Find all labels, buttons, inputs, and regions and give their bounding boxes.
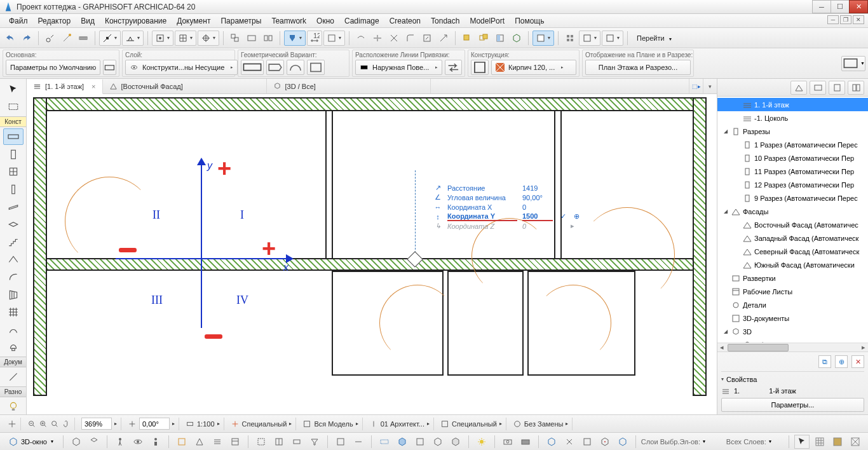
sb-walk-icon[interactable] bbox=[112, 435, 128, 449]
tab-nav-icon[interactable]: ⬚▸ bbox=[689, 79, 703, 93]
nav-item[interactable]: 12 Разрез (Автоматически Пер bbox=[717, 178, 868, 191]
sb-section-icon[interactable] bbox=[174, 435, 189, 449]
zoom-out-icon[interactable] bbox=[27, 419, 36, 428]
nav-hscroll[interactable]: ◂▸ bbox=[717, 343, 868, 351]
override-combo[interactable]: Без Замены bbox=[524, 420, 564, 428]
menu-edit[interactable]: Редактор bbox=[33, 17, 76, 25]
pan-icon[interactable] bbox=[62, 419, 71, 428]
mesh-tool-icon[interactable] bbox=[3, 304, 24, 320]
snap-options-dropdown[interactable]: ▼ bbox=[122, 31, 144, 46]
nav-item[interactable]: 1. 1-й этаж bbox=[717, 98, 868, 111]
window-tool-icon[interactable] bbox=[3, 163, 24, 180]
wall-tool-icon[interactable] bbox=[103, 60, 116, 75]
group-icon[interactable] bbox=[244, 31, 259, 46]
mdi-minimize-button[interactable]: ─ bbox=[827, 15, 839, 24]
sb-style-icon[interactable] bbox=[430, 435, 445, 449]
sb-story-icon[interactable] bbox=[210, 435, 225, 449]
sb-edit-icon[interactable] bbox=[580, 435, 595, 449]
nav-publisher-icon[interactable] bbox=[848, 81, 864, 95]
renovation-combo[interactable]: Специальный bbox=[452, 420, 497, 428]
line-tool-icon[interactable] bbox=[3, 369, 24, 385]
extend-icon[interactable] bbox=[436, 31, 451, 46]
undo-button[interactable] bbox=[3, 31, 18, 46]
mod-dropdown[interactable]: ▼ bbox=[323, 31, 345, 46]
nav-item[interactable]: ◢Фасады bbox=[717, 205, 868, 218]
menu-window[interactable]: Окно bbox=[311, 17, 339, 25]
nav-item[interactable]: Западный Фасад (Автоматическ bbox=[717, 231, 868, 245]
default-settings-button[interactable]: Параметры по Умолчанию bbox=[6, 60, 100, 75]
favorites-icon[interactable] bbox=[562, 31, 578, 46]
sb-elevation-icon[interactable] bbox=[192, 435, 207, 449]
menu-tondach[interactable]: Tondach bbox=[426, 17, 465, 25]
menu-teamwork[interactable]: Teamwork bbox=[266, 17, 311, 25]
sb-select-icon[interactable] bbox=[794, 435, 810, 449]
sb-grid2-icon[interactable] bbox=[830, 435, 845, 449]
close-button[interactable]: ✕ bbox=[849, 0, 868, 13]
menu-cadimage[interactable]: Cadimage bbox=[339, 17, 384, 25]
nav-item[interactable]: 9 Разрез (Автоматически Перес bbox=[717, 191, 868, 205]
morph-tool-icon[interactable] bbox=[3, 322, 24, 338]
sb-merge-icon[interactable] bbox=[351, 435, 366, 449]
parameters-button[interactable]: Параметры... bbox=[721, 398, 864, 412]
roof-tool-icon[interactable] bbox=[3, 251, 24, 268]
zoom-fit-icon[interactable] bbox=[50, 419, 59, 428]
nav-layout-book-icon[interactable] bbox=[829, 81, 845, 95]
rotation-field[interactable] bbox=[139, 418, 170, 430]
nav-project-map-icon[interactable] bbox=[790, 81, 807, 95]
geom-method-2-icon[interactable] bbox=[266, 60, 284, 75]
sb-render-icon[interactable] bbox=[518, 435, 533, 449]
relative-constr-dropdown[interactable]: ▼ bbox=[152, 31, 173, 46]
trace-icon[interactable] bbox=[459, 31, 475, 46]
beam-tool-icon[interactable] bbox=[3, 199, 24, 215]
layer-dropdown[interactable]: Конструкти...ны Несущие▸ bbox=[125, 60, 238, 75]
scale-dropdown[interactable]: 1:100 bbox=[197, 420, 215, 428]
model-view-combo[interactable]: Вся Модель bbox=[314, 420, 353, 428]
construction-dropdown[interactable]: Кирпич 120, ...▸ bbox=[491, 60, 576, 75]
sb-grid3-icon[interactable] bbox=[848, 435, 863, 449]
selected-layers-combo[interactable]: Слои Выбр.Эл-ов:▾ bbox=[641, 438, 724, 446]
nav-delete-icon[interactable]: ✕ bbox=[851, 355, 864, 368]
nav-item[interactable]: Развертки bbox=[717, 271, 868, 285]
nav-item[interactable]: Восточный Фасад (Автоматичес bbox=[717, 218, 868, 231]
layers-combo[interactable]: Специальный bbox=[242, 420, 287, 428]
renovation-dropdown[interactable]: ▼ bbox=[532, 31, 554, 46]
sb-3dcutaway-icon[interactable] bbox=[271, 435, 287, 449]
nav-item[interactable]: -1. Цоколь bbox=[717, 111, 868, 125]
nav-item[interactable]: Рабочие Листы bbox=[717, 285, 868, 298]
menu-document[interactable]: Документ bbox=[172, 17, 215, 25]
tab-east-elevation[interactable]: [Восточный Фасад] bbox=[103, 79, 267, 93]
minimize-button[interactable]: ─ bbox=[812, 0, 831, 13]
marquee-tool-icon[interactable] bbox=[3, 99, 24, 116]
sb-icon-2[interactable] bbox=[86, 435, 102, 449]
target-icon[interactable]: ⊕ bbox=[574, 212, 580, 221]
gravity-dropdown[interactable]: ▼ bbox=[284, 31, 306, 46]
geom-method-1-icon[interactable] bbox=[241, 60, 264, 75]
nav-item[interactable]: ◢Разрезы bbox=[717, 125, 868, 138]
toolbox-category-more[interactable]: Разно bbox=[0, 386, 26, 397]
sb-marquee-icon[interactable] bbox=[254, 435, 269, 449]
nav-item[interactable]: Северный Фасад (Автоматическ bbox=[717, 245, 868, 258]
navigator-tree[interactable]: 1. 1-й этаж-1. Цоколь◢Разрезы1 Разрез (А… bbox=[717, 97, 868, 343]
refline-flip-icon[interactable] bbox=[445, 60, 462, 75]
intersect-icon[interactable] bbox=[386, 31, 402, 46]
mdi-close-button[interactable]: ✕ bbox=[853, 15, 864, 24]
element-snap-dropdown[interactable]: ▼ bbox=[198, 31, 219, 46]
sb-3dstyle-icon[interactable] bbox=[448, 435, 463, 449]
wall-tool-icon[interactable] bbox=[3, 128, 24, 145]
nav-item[interactable]: Общая Перспектива bbox=[717, 338, 868, 343]
adjust-icon[interactable] bbox=[353, 31, 369, 46]
sb-modify-icon[interactable] bbox=[615, 435, 630, 449]
suspend-groups-icon[interactable] bbox=[227, 31, 243, 46]
nav-item[interactable]: 1 Разрез (Автоматически Перес bbox=[717, 138, 868, 151]
sb-reshape-icon[interactable] bbox=[597, 435, 613, 449]
refline-dropdown[interactable]: Наружная Пове...▸ bbox=[355, 60, 442, 75]
renovation-filter-dropdown[interactable]: ▼ bbox=[579, 31, 600, 46]
measure-button[interactable] bbox=[76, 31, 91, 46]
sb-hidden-icon[interactable] bbox=[395, 435, 410, 449]
menu-view[interactable]: Вид bbox=[76, 17, 100, 25]
fillet-icon[interactable] bbox=[403, 31, 418, 46]
nav-item[interactable]: 10 Разрез (Автоматически Пер bbox=[717, 151, 868, 165]
stair-tool-icon[interactable] bbox=[3, 234, 24, 250]
view-3d-button[interactable]: 3D-окно▾ bbox=[4, 435, 58, 449]
zoom-field[interactable] bbox=[81, 418, 112, 430]
